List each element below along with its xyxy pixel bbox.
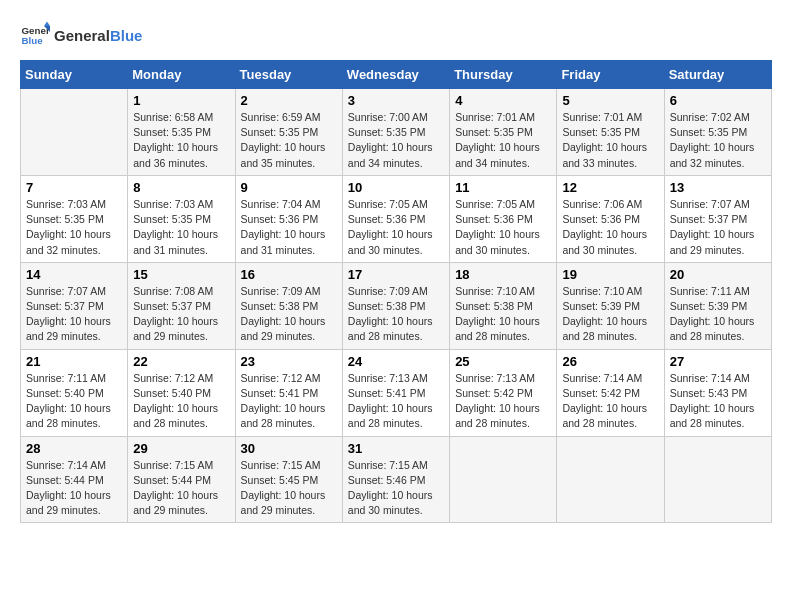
day-number: 22 [133, 354, 229, 369]
day-number: 18 [455, 267, 551, 282]
day-number: 3 [348, 93, 444, 108]
day-info: Sunrise: 6:58 AMSunset: 5:35 PMDaylight:… [133, 110, 229, 171]
calendar-cell: 22Sunrise: 7:12 AMSunset: 5:40 PMDayligh… [128, 349, 235, 436]
day-info: Sunrise: 7:08 AMSunset: 5:37 PMDaylight:… [133, 284, 229, 345]
calendar-cell: 26Sunrise: 7:14 AMSunset: 5:42 PMDayligh… [557, 349, 664, 436]
calendar-cell: 28Sunrise: 7:14 AMSunset: 5:44 PMDayligh… [21, 436, 128, 523]
calendar-cell: 23Sunrise: 7:12 AMSunset: 5:41 PMDayligh… [235, 349, 342, 436]
weekday-header-wednesday: Wednesday [342, 61, 449, 89]
day-info: Sunrise: 7:01 AMSunset: 5:35 PMDaylight:… [455, 110, 551, 171]
day-info: Sunrise: 7:15 AMSunset: 5:44 PMDaylight:… [133, 458, 229, 519]
day-number: 23 [241, 354, 337, 369]
calendar-cell: 29Sunrise: 7:15 AMSunset: 5:44 PMDayligh… [128, 436, 235, 523]
calendar-cell: 13Sunrise: 7:07 AMSunset: 5:37 PMDayligh… [664, 175, 771, 262]
day-number: 2 [241, 93, 337, 108]
calendar-cell: 2Sunrise: 6:59 AMSunset: 5:35 PMDaylight… [235, 89, 342, 176]
day-number: 16 [241, 267, 337, 282]
day-info: Sunrise: 7:10 AMSunset: 5:38 PMDaylight:… [455, 284, 551, 345]
weekday-header-thursday: Thursday [450, 61, 557, 89]
calendar-header: SundayMondayTuesdayWednesdayThursdayFrid… [21, 61, 772, 89]
day-number: 29 [133, 441, 229, 456]
weekday-header-tuesday: Tuesday [235, 61, 342, 89]
calendar-cell: 3Sunrise: 7:00 AMSunset: 5:35 PMDaylight… [342, 89, 449, 176]
day-info: Sunrise: 7:05 AMSunset: 5:36 PMDaylight:… [455, 197, 551, 258]
day-number: 14 [26, 267, 122, 282]
day-info: Sunrise: 7:13 AMSunset: 5:41 PMDaylight:… [348, 371, 444, 432]
calendar-cell: 16Sunrise: 7:09 AMSunset: 5:38 PMDayligh… [235, 262, 342, 349]
day-info: Sunrise: 7:07 AMSunset: 5:37 PMDaylight:… [26, 284, 122, 345]
calendar-cell: 25Sunrise: 7:13 AMSunset: 5:42 PMDayligh… [450, 349, 557, 436]
calendar-cell: 21Sunrise: 7:11 AMSunset: 5:40 PMDayligh… [21, 349, 128, 436]
day-number: 5 [562, 93, 658, 108]
calendar-cell: 30Sunrise: 7:15 AMSunset: 5:45 PMDayligh… [235, 436, 342, 523]
calendar-week-2: 7Sunrise: 7:03 AMSunset: 5:35 PMDaylight… [21, 175, 772, 262]
weekday-header-monday: Monday [128, 61, 235, 89]
calendar-cell: 15Sunrise: 7:08 AMSunset: 5:37 PMDayligh… [128, 262, 235, 349]
calendar-cell: 4Sunrise: 7:01 AMSunset: 5:35 PMDaylight… [450, 89, 557, 176]
day-number: 6 [670, 93, 766, 108]
svg-text:Blue: Blue [22, 35, 44, 46]
day-number: 8 [133, 180, 229, 195]
day-number: 26 [562, 354, 658, 369]
day-info: Sunrise: 7:14 AMSunset: 5:44 PMDaylight:… [26, 458, 122, 519]
weekday-header-saturday: Saturday [664, 61, 771, 89]
calendar-cell: 1Sunrise: 6:58 AMSunset: 5:35 PMDaylight… [128, 89, 235, 176]
day-info: Sunrise: 7:13 AMSunset: 5:42 PMDaylight:… [455, 371, 551, 432]
day-info: Sunrise: 7:12 AMSunset: 5:40 PMDaylight:… [133, 371, 229, 432]
calendar-cell: 24Sunrise: 7:13 AMSunset: 5:41 PMDayligh… [342, 349, 449, 436]
calendar-cell: 7Sunrise: 7:03 AMSunset: 5:35 PMDaylight… [21, 175, 128, 262]
calendar-cell: 6Sunrise: 7:02 AMSunset: 5:35 PMDaylight… [664, 89, 771, 176]
weekday-header-friday: Friday [557, 61, 664, 89]
day-info: Sunrise: 7:09 AMSunset: 5:38 PMDaylight:… [348, 284, 444, 345]
day-number: 31 [348, 441, 444, 456]
calendar-cell: 17Sunrise: 7:09 AMSunset: 5:38 PMDayligh… [342, 262, 449, 349]
day-number: 15 [133, 267, 229, 282]
logo: General Blue GeneralBlue [20, 20, 142, 50]
weekday-header-sunday: Sunday [21, 61, 128, 89]
day-number: 20 [670, 267, 766, 282]
calendar-cell: 31Sunrise: 7:15 AMSunset: 5:46 PMDayligh… [342, 436, 449, 523]
logo-icon: General Blue [20, 20, 50, 50]
day-number: 10 [348, 180, 444, 195]
day-number: 13 [670, 180, 766, 195]
day-number: 11 [455, 180, 551, 195]
calendar-cell: 9Sunrise: 7:04 AMSunset: 5:36 PMDaylight… [235, 175, 342, 262]
calendar-cell: 19Sunrise: 7:10 AMSunset: 5:39 PMDayligh… [557, 262, 664, 349]
calendar-cell [664, 436, 771, 523]
calendar-cell: 10Sunrise: 7:05 AMSunset: 5:36 PMDayligh… [342, 175, 449, 262]
calendar-cell: 20Sunrise: 7:11 AMSunset: 5:39 PMDayligh… [664, 262, 771, 349]
day-number: 30 [241, 441, 337, 456]
calendar-week-3: 14Sunrise: 7:07 AMSunset: 5:37 PMDayligh… [21, 262, 772, 349]
day-info: Sunrise: 7:09 AMSunset: 5:38 PMDaylight:… [241, 284, 337, 345]
calendar-cell: 11Sunrise: 7:05 AMSunset: 5:36 PMDayligh… [450, 175, 557, 262]
calendar-cell: 12Sunrise: 7:06 AMSunset: 5:36 PMDayligh… [557, 175, 664, 262]
day-info: Sunrise: 7:03 AMSunset: 5:35 PMDaylight:… [133, 197, 229, 258]
calendar-cell: 8Sunrise: 7:03 AMSunset: 5:35 PMDaylight… [128, 175, 235, 262]
header: General Blue GeneralBlue [20, 20, 772, 50]
day-info: Sunrise: 7:15 AMSunset: 5:45 PMDaylight:… [241, 458, 337, 519]
calendar-body: 1Sunrise: 6:58 AMSunset: 5:35 PMDaylight… [21, 89, 772, 523]
day-info: Sunrise: 7:15 AMSunset: 5:46 PMDaylight:… [348, 458, 444, 519]
day-info: Sunrise: 7:14 AMSunset: 5:42 PMDaylight:… [562, 371, 658, 432]
calendar-week-5: 28Sunrise: 7:14 AMSunset: 5:44 PMDayligh… [21, 436, 772, 523]
day-info: Sunrise: 7:11 AMSunset: 5:39 PMDaylight:… [670, 284, 766, 345]
weekday-header-row: SundayMondayTuesdayWednesdayThursdayFrid… [21, 61, 772, 89]
day-number: 4 [455, 93, 551, 108]
calendar-cell: 18Sunrise: 7:10 AMSunset: 5:38 PMDayligh… [450, 262, 557, 349]
svg-marker-2 [44, 22, 50, 27]
day-number: 19 [562, 267, 658, 282]
calendar-cell: 27Sunrise: 7:14 AMSunset: 5:43 PMDayligh… [664, 349, 771, 436]
day-info: Sunrise: 7:02 AMSunset: 5:35 PMDaylight:… [670, 110, 766, 171]
day-number: 27 [670, 354, 766, 369]
day-number: 17 [348, 267, 444, 282]
calendar-cell [557, 436, 664, 523]
day-info: Sunrise: 7:04 AMSunset: 5:36 PMDaylight:… [241, 197, 337, 258]
calendar-week-1: 1Sunrise: 6:58 AMSunset: 5:35 PMDaylight… [21, 89, 772, 176]
day-info: Sunrise: 7:10 AMSunset: 5:39 PMDaylight:… [562, 284, 658, 345]
day-number: 1 [133, 93, 229, 108]
day-number: 9 [241, 180, 337, 195]
day-info: Sunrise: 7:12 AMSunset: 5:41 PMDaylight:… [241, 371, 337, 432]
day-info: Sunrise: 7:01 AMSunset: 5:35 PMDaylight:… [562, 110, 658, 171]
calendar-cell: 14Sunrise: 7:07 AMSunset: 5:37 PMDayligh… [21, 262, 128, 349]
day-info: Sunrise: 7:00 AMSunset: 5:35 PMDaylight:… [348, 110, 444, 171]
